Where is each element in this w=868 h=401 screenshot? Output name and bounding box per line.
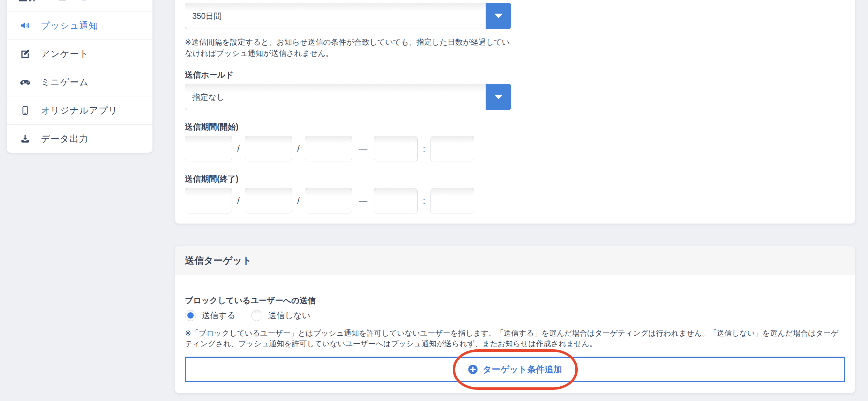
start-day-input[interactable]	[305, 136, 352, 161]
download-icon	[19, 133, 31, 145]
time-separator: :	[423, 196, 425, 206]
sidebar-item-original-app[interactable]: オリジナルアプリ	[7, 96, 152, 124]
send-hold-label: 送信ホールド	[185, 70, 845, 80]
sidebar-item-push-notification[interactable]: プッシュ通知	[7, 11, 152, 39]
blocked-users-note: ※「ブロックしているユーザー」とはプッシュ通知を許可していないユーザーを指します…	[185, 328, 845, 349]
date-separator: /	[237, 196, 240, 206]
sidebar-item-data-export[interactable]: データ出力	[7, 124, 152, 153]
gamepad-icon	[19, 76, 31, 88]
send-interval-dropdown-button[interactable]	[486, 3, 511, 29]
sidebar-item-partial[interactable]	[7, 0, 152, 11]
chevron-down-icon	[494, 14, 503, 18]
radio-option-no-send[interactable]: 送信しない	[251, 310, 310, 321]
sidebar-item-label: プッシュ通知	[41, 20, 98, 32]
blocked-users-label: ブロックしているユーザーへの送信	[185, 295, 845, 306]
plus-circle-icon	[468, 364, 478, 374]
page-background: プッシュ通知 アンケート ミニゲーム	[0, 0, 868, 401]
add-target-condition-button[interactable]: ターゲット条件追加	[185, 357, 845, 382]
send-interval-note: ※送信間隔を設定すると、お知らせ送信の条件が合致していても、指定した日数が経過し…	[185, 37, 513, 59]
clipped-menu-label	[82, 0, 87, 1]
send-interval-select[interactable]: 350日間	[185, 3, 511, 29]
radio-unselected-icon[interactable]	[251, 310, 262, 321]
send-target-header: 送信ターゲット	[175, 246, 855, 275]
clipped-menu-label	[59, 0, 66, 1]
start-month-input[interactable]	[245, 136, 292, 161]
sidebar: プッシュ通知 アンケート ミニゲーム	[7, 0, 152, 153]
time-separator: :	[423, 144, 425, 154]
edit-icon	[19, 48, 31, 60]
end-month-input[interactable]	[245, 188, 292, 213]
send-target-body: ブロックしているユーザーへの送信 送信する 送信しない ※「ブロックしているユー…	[175, 295, 855, 382]
start-hour-input[interactable]	[374, 136, 418, 161]
radio-option-send[interactable]: 送信する	[185, 310, 235, 321]
clipped-menu-icon	[33, 0, 35, 1]
period-start-row: / / — :	[185, 136, 845, 161]
radio-option-label: 送信しない	[268, 310, 310, 321]
send-hold-dropdown-button[interactable]	[486, 84, 511, 110]
volume-icon	[19, 20, 31, 31]
start-minute-input[interactable]	[431, 136, 474, 161]
sidebar-item-minigame[interactable]: ミニゲーム	[7, 68, 152, 96]
period-end-label: 送信期間(終了)	[185, 174, 845, 184]
start-year-input[interactable]	[185, 136, 232, 161]
send-hold-select[interactable]: 指定なし	[185, 84, 511, 110]
sidebar-item-label: ミニゲーム	[41, 76, 89, 88]
chevron-down-icon	[494, 95, 503, 99]
end-minute-input[interactable]	[431, 188, 474, 213]
sidebar-item-label: オリジナルアプリ	[41, 104, 118, 117]
end-hour-input[interactable]	[374, 188, 418, 213]
send-settings-card: 350日間 ※送信間隔を設定すると、お知らせ送信の条件が合致していても、指定した…	[175, 0, 855, 224]
period-start-label: 送信期間(開始)	[185, 122, 845, 132]
end-year-input[interactable]	[185, 188, 232, 213]
date-separator: /	[297, 196, 300, 206]
date-time-separator: —	[359, 196, 367, 206]
blocked-users-radio-group: 送信する 送信しない	[185, 310, 845, 321]
sidebar-item-survey[interactable]: アンケート	[7, 39, 152, 68]
send-interval-value: 350日間	[192, 10, 222, 21]
radio-option-label: 送信する	[202, 310, 235, 321]
send-hold-value: 指定なし	[192, 92, 225, 102]
date-time-separator: —	[359, 144, 367, 154]
sidebar-item-label: データ出力	[41, 133, 88, 145]
send-target-card: 送信ターゲット ブロックしているユーザーへの送信 送信する 送信しない ※「ブロ…	[175, 246, 855, 393]
add-target-condition-label: ターゲット条件追加	[483, 364, 562, 375]
sidebar-item-label: アンケート	[41, 48, 89, 60]
clipped-menu-icon	[29, 0, 31, 1]
send-target-title: 送信ターゲット	[185, 254, 252, 267]
radio-selected-icon[interactable]	[185, 310, 196, 321]
mobile-icon	[19, 104, 31, 116]
period-end-row: / / — :	[185, 188, 845, 213]
date-separator: /	[297, 144, 300, 154]
end-day-input[interactable]	[305, 188, 352, 213]
date-separator: /	[237, 144, 240, 154]
clipped-menu-icon	[19, 0, 27, 1]
